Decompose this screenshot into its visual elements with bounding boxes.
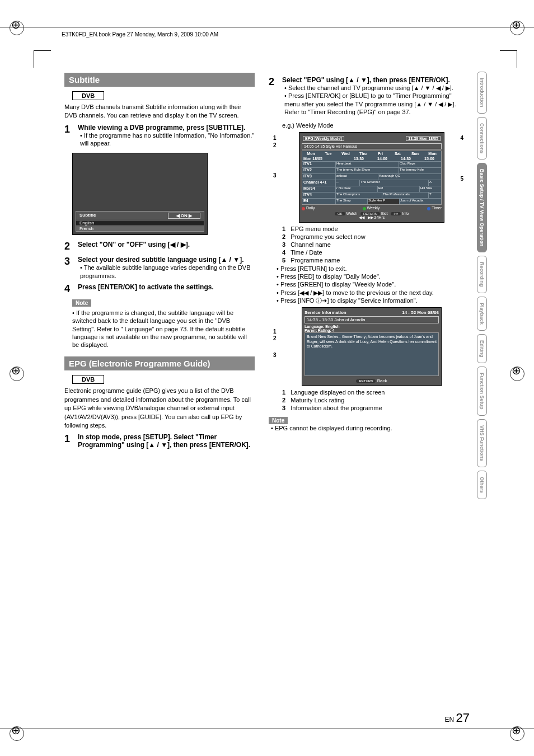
step-number: 1 — [64, 433, 73, 449]
epg-bullet: • Press [INFO ⓘ➜] to display "Service In… — [277, 297, 459, 304]
service-title: Service Information — [305, 310, 346, 315]
epg-prog: Hill Stre — [419, 186, 441, 192]
epg-prog: The Enforcer — [359, 180, 428, 186]
content-columns: Subtitle DVB Many DVB channels transmit … — [64, 73, 492, 449]
osd-lang-row: French — [76, 226, 204, 231]
epg-time: 15:00 — [418, 156, 441, 161]
note-badge: Note — [269, 417, 288, 424]
header-rule — [0, 27, 534, 27]
page-number: EN 27 — [445, 711, 470, 725]
osd-on-toggle: ◀ ON ▶ — [168, 213, 200, 219]
epg-channel: E4 — [302, 199, 335, 204]
epg-timer-label: Timer — [432, 206, 442, 210]
epg-datetime: 13:38 Mon 18/05 — [406, 136, 441, 141]
epg-prog: Joan of Arcadia — [399, 199, 441, 204]
epg-title: EPG [Weekly Mode] — [303, 136, 344, 141]
epg-prog: Style Her F — [367, 199, 399, 204]
tab-introduction[interactable]: Introduction — [477, 72, 487, 114]
crop-mark-icon — [34, 50, 51, 68]
service-selected: 14:35 - 15:30 John of Arcadia — [305, 316, 439, 323]
epg-day: Tue — [320, 151, 337, 156]
legend-item: Language displayed on the screen — [291, 389, 385, 396]
callout-1: 1 — [273, 328, 277, 335]
step-title: In stop mode, press [SETUP]. Select "Tim… — [78, 433, 255, 449]
service-datetime: 14 : 52 Mon 08/06 — [402, 310, 439, 315]
epg-channel: ITV1 — [302, 162, 335, 167]
tab-vhs-functions[interactable]: VHS Functions — [477, 419, 487, 467]
tab-recording[interactable]: Recording — [477, 256, 487, 293]
epg-info-label: Info — [402, 212, 409, 215]
callout-1: 1 — [273, 135, 277, 141]
epg-intro-text: Electronic programme guide (EPG) gives y… — [64, 387, 255, 430]
footer-rule — [0, 729, 534, 729]
epg-channel: More4 — [302, 186, 335, 192]
callout-3: 3 — [273, 172, 277, 179]
callout-4: 4 — [460, 135, 463, 141]
dvb-badge: DVB — [72, 91, 104, 100]
epg-bullet: • Press [RED] to display "Daily Mode". — [277, 273, 459, 280]
step-title: Press [ENTER/OK] to activate the setting… — [78, 283, 255, 291]
tab-editing[interactable]: Editing — [477, 334, 487, 364]
epg-channel: ITV3 — [302, 174, 335, 180]
tab-playback[interactable]: Playback — [477, 297, 487, 331]
osd-subtitle-label: Subtitle — [79, 213, 96, 219]
epg-prog: A — [428, 180, 441, 186]
note-text: • EPG cannot be displayed during recordi… — [271, 424, 459, 432]
step-title: Select your desired subtitle language us… — [78, 256, 255, 264]
epg-day: Sat — [389, 151, 406, 156]
legend-item: Programme name — [291, 257, 340, 264]
dvb-badge: DVB — [72, 375, 104, 384]
registration-mark-icon — [6, 363, 28, 385]
step-2: 2 Select "ON" or "OFF" using [◀ / ▶]. — [64, 241, 255, 252]
legend-item: Programme you select now — [291, 233, 365, 240]
tab-connections[interactable]: Connections — [477, 117, 487, 160]
epg-day: Thu — [354, 151, 372, 156]
callout-5: 5 — [460, 176, 463, 182]
step-number: 2 — [64, 241, 73, 252]
epg-prog: Kavanagh QC — [378, 174, 441, 180]
epg-time: 13:30 — [347, 156, 371, 161]
epg-exit-label: Exit — [381, 212, 388, 215]
tab-basic-setup[interactable]: Basic Setup / TV View Operation — [477, 163, 487, 252]
epg-prog: T — [428, 192, 441, 198]
tab-function-setup[interactable]: Function Setup — [477, 367, 487, 416]
epg-day: Sun — [406, 151, 424, 156]
step-number: 4 — [64, 283, 73, 295]
legend-item: Information about the programme — [291, 405, 382, 411]
registration-mark-icon — [506, 363, 528, 385]
epg-step-2: 2 Select "EPG" using [▲ / ▼], then press… — [269, 76, 459, 116]
section-tabs: Introduction Connections Basic Setup / T… — [477, 72, 489, 503]
step-4: 4 Press [ENTER/OK] to activate the setti… — [64, 283, 255, 295]
step-number: 2 — [269, 76, 278, 116]
epg-weekly-label: Weekly — [367, 206, 380, 210]
epg-time: 14:30 — [394, 156, 418, 161]
epg-osd-figure: EPG [Weekly Mode] 13:38 Mon 18/05 14:05-… — [299, 132, 444, 222]
epg-grid: Mon Tue Wed Thu Fri Sat Sun Mon Mon 18/0… — [302, 151, 442, 205]
page-container: E3TK0FD_EN.book Page 27 Monday, March 9,… — [0, 0, 534, 756]
intro-text: Many DVB channels transmit Subtitle info… — [64, 103, 255, 120]
step-bullet: • Press [ENTER/OK] or [BLUE] to go to "T… — [284, 92, 459, 116]
step-bullet: • Select the channel and TV programme us… — [284, 84, 459, 92]
step-title: While viewing a DVB programme, press [SU… — [78, 124, 255, 132]
epg-prog: Club Reps — [399, 162, 441, 167]
right-column: 2 Select "EPG" using [▲ / ▼], then press… — [269, 73, 459, 449]
step-title: Select "EPG" using [▲ / ▼], then press [… — [282, 76, 459, 84]
epg-day: Mon — [424, 151, 441, 156]
service-legend: 1 Language displayed on the screen 2 Mat… — [277, 389, 459, 411]
section-header-subtitle: Subtitle — [64, 73, 255, 87]
epg-channel: ITV4 — [302, 192, 335, 198]
back-label: Back — [377, 378, 387, 383]
epg-channel: Channel 4+1 — [302, 180, 335, 186]
legend-item: Maturity Lock rating — [291, 397, 344, 403]
step-number: 3 — [64, 256, 73, 280]
epg-prog: artbeat — [335, 174, 378, 180]
registration-mark-icon — [6, 722, 28, 745]
info-button-icon: i ➜ — [391, 212, 401, 215]
left-column: Subtitle DVB Many DVB channels transmit … — [64, 73, 255, 449]
epg-prog: The jeremy Kyle — [399, 168, 441, 173]
tab-others[interactable]: Others — [477, 471, 487, 499]
epg-channel: ITV2 — [302, 168, 335, 173]
callout-3: 3 — [273, 352, 277, 358]
service-description: Brand New Series - Game Theory; Adam bec… — [305, 332, 439, 376]
step-1: 1 While viewing a DVB programme, press [… — [64, 124, 255, 148]
